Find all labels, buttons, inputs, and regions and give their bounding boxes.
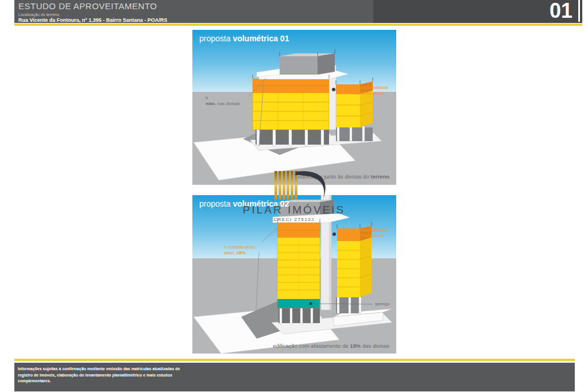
panel-2-caption: edificação com afastamento de 18% das di…	[273, 343, 389, 349]
pillar-logo-icon	[231, 170, 357, 201]
header-text-block: ESTUDO DE APROVEITAMENTO Localização do …	[18, 1, 167, 23]
building-illustration-1	[192, 30, 396, 185]
divider-bottom	[14, 359, 575, 361]
annotation-sustainability-1: sustentabilidade 20% da altura	[355, 85, 389, 96]
panel-2-title-light: proposta	[199, 199, 233, 208]
panel-1-title: proposta volumétrica 01	[199, 34, 289, 43]
study-sheet: ESTUDO DE APROVEITAMENTO Localização do …	[0, 0, 588, 392]
footer-bar: Informações sujeitas à confirmação media…	[14, 363, 575, 391]
annotation-h-max: h máx. nas divisas	[206, 95, 240, 106]
address-text: Rua Vicente da Fontoura, nº 1.395 - Bair…	[18, 17, 167, 23]
page-number: 01	[550, 0, 580, 22]
annotation-h-setback: h considerando afast. 18%	[224, 244, 256, 255]
footer-line-2: registro de imóveis, elaboração do levan…	[18, 372, 575, 379]
footer-line-1: Informações sujeitas à confirmação media…	[18, 366, 575, 372]
panel-1-title-light: proposta	[199, 34, 233, 43]
location-label: Localização do terreno:	[18, 13, 167, 17]
watermark-creci: CRECI 27510J	[231, 217, 357, 222]
divider-top	[14, 24, 582, 26]
annotation-sustainability-2: sustentabilidade 20% da altura	[355, 227, 389, 238]
footer-line-3: complementares.	[18, 378, 575, 385]
watermark-name: PILAR IMÓVEIS	[231, 204, 357, 216]
panel-1-title-bold: volumétrica 01	[233, 34, 289, 43]
panel-proposal-1: proposta volumétrica 01 h máx. nas divis…	[192, 30, 396, 185]
page-title: ESTUDO DE APROVEITAMENTO	[18, 1, 167, 11]
annotation-service: serviço	[375, 301, 389, 307]
watermark-logo: PILAR IMÓVEIS CRECI 27510J	[231, 170, 357, 222]
page-number-box: 01	[373, 0, 582, 23]
header-bar: ESTUDO DE APROVEITAMENTO Localização do …	[14, 0, 582, 23]
footer-disclaimer: Informações sujeitas à confirmação media…	[14, 363, 575, 385]
